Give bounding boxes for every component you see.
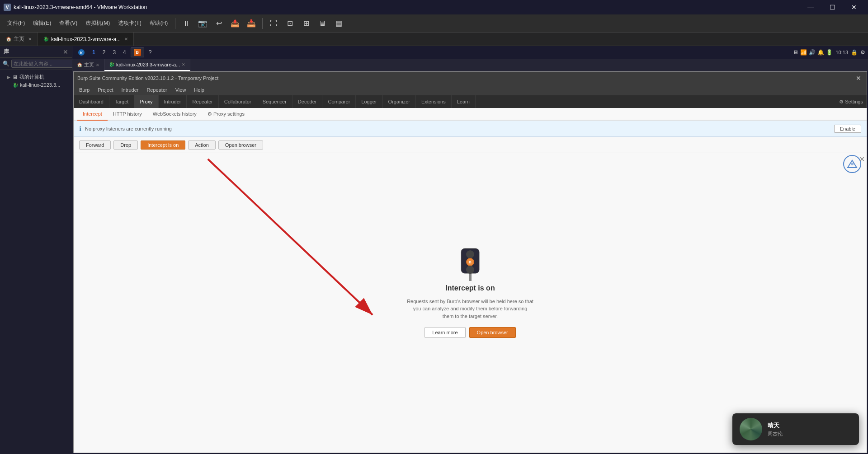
sound-tray-icon[interactable]: 🔊 <box>809 49 816 56</box>
menu-intruder[interactable]: Intruder <box>118 86 142 94</box>
vm-content-area: K 1 2 3 4 B <box>72 46 868 454</box>
kali-dragon-icon: K <box>78 49 85 56</box>
battery-tray-icon[interactable]: 🔋 <box>826 49 833 56</box>
network-tray-icon[interactable]: 📶 <box>800 49 807 56</box>
nav-intruder[interactable]: Intruder <box>159 95 187 108</box>
svg-point-11 <box>466 266 474 274</box>
drop-button[interactable]: Drop <box>113 140 138 150</box>
svg-text:K: K <box>80 51 83 55</box>
burp-close-button[interactable]: ✕ <box>854 74 863 83</box>
proxy-banner-text: No proxy listeners are currently running <box>85 126 172 131</box>
nav-logger[interactable]: Logger <box>356 95 382 108</box>
sidebar-item-kali[interactable]: 🐉 kali-linux-2023.3... <box>4 81 68 89</box>
nav-proxy[interactable]: Proxy <box>134 95 158 108</box>
nav-sequencer[interactable]: Sequencer <box>257 95 292 108</box>
proxy-tab-websockets[interactable]: WebSockets history <box>147 108 202 121</box>
window-controls[interactable]: — ☐ ✕ <box>800 0 864 14</box>
forward-button[interactable]: Forward <box>79 140 111 150</box>
display-tray-icon[interactable]: 🖥 <box>793 49 798 56</box>
pause-button[interactable]: ⏸ <box>179 17 193 30</box>
menu-tabs[interactable]: 选项卡(T) <box>114 18 145 29</box>
notification-tray-icon[interactable]: 🔔 <box>817 49 824 56</box>
nav-comparer[interactable]: Comparer <box>322 95 356 108</box>
unity-button[interactable]: ⊞ <box>299 17 313 30</box>
menu-view[interactable]: 查看(V) <box>56 18 81 29</box>
vmware-menu-bar: 文件(F) 编辑(E) 查看(V) 虚拟机(M) 选项卡(T) 帮助(H) <box>4 18 171 29</box>
home-tab[interactable]: 🏠 主页 ✕ <box>0 33 38 46</box>
vmware-revert-button[interactable]: ↩ <box>212 17 226 30</box>
menu-view[interactable]: View <box>172 86 190 94</box>
nav-dashboard[interactable]: Dashboard <box>74 95 109 108</box>
minimize-button[interactable]: — <box>800 0 821 14</box>
sidebar-item-computer[interactable]: ▶ 🖥 我的计算机 <box>4 73 68 81</box>
content-area-close-button[interactable]: ✕ <box>859 155 865 164</box>
menu-help[interactable]: 帮助(H) <box>146 18 172 29</box>
kali-home-favicon: 🏠 <box>77 62 82 67</box>
menu-project[interactable]: Project <box>94 86 117 94</box>
workspace-4[interactable]: 4 <box>120 48 129 56</box>
open-browser-card-button[interactable]: Open browser <box>469 327 516 338</box>
enable-button[interactable]: Enable <box>834 125 861 133</box>
help-taskbar-btn[interactable]: ? <box>146 48 155 56</box>
proxy-tab-settings[interactable]: ⚙ Proxy settings <box>202 108 250 121</box>
menu-help[interactable]: Help <box>190 86 208 94</box>
svg-text:V: V <box>6 5 9 10</box>
title-bar-left: V kali-linux-2023.3-vmware-amd64 - VMwar… <box>4 4 147 11</box>
nav-learn[interactable]: Learn <box>452 95 476 108</box>
fit-guest-button[interactable]: ⊡ <box>283 17 297 30</box>
music-artist: 周杰伦 <box>768 431 852 437</box>
kali-home-tab[interactable]: 🏠 主页 ✕ <box>72 59 104 71</box>
fullscreen-button[interactable]: ⛶ <box>266 17 281 30</box>
lock-tray-icon[interactable]: 🔒 <box>851 49 858 56</box>
menu-repeater[interactable]: Repeater <box>143 86 170 94</box>
nav-extensions[interactable]: Extensions <box>416 95 452 108</box>
nav-decoder[interactable]: Decoder <box>292 95 323 108</box>
music-info: 晴天 周杰伦 <box>768 421 852 437</box>
vmware-receive-button[interactable]: 📥 <box>244 17 259 30</box>
nav-collaborator[interactable]: Collaborator <box>219 95 257 108</box>
settings-tab-label: Proxy settings <box>213 111 245 117</box>
nav-organizer[interactable]: Organizer <box>383 95 416 108</box>
home-tab-close[interactable]: ✕ <box>28 37 32 42</box>
sidebar-title: 库 <box>4 48 9 56</box>
display-button[interactable]: ▤ <box>331 17 346 30</box>
intercept-toggle-button[interactable]: Intercept is on <box>141 140 185 150</box>
workspace-1[interactable]: 1 <box>90 48 98 56</box>
vmware-snapshot-button[interactable]: 📷 <box>195 17 210 30</box>
burp-settings-btn[interactable]: ⚙ Settings <box>835 95 867 108</box>
menu-edit[interactable]: 编辑(E) <box>29 18 55 29</box>
kali-app-menu[interactable]: K <box>75 48 88 57</box>
nav-target[interactable]: Target <box>109 95 135 108</box>
burp-window: Burp Suite Community Edition v2023.10.1.… <box>73 71 867 453</box>
kali-tab[interactable]: 🐉 kali-linux-2023.3-vmware-a... ✕ <box>38 33 134 46</box>
settings-tray-icon[interactable]: ⚙ <box>860 49 865 56</box>
maximize-button[interactable]: ☐ <box>822 0 843 14</box>
kali-tab-close[interactable]: ✕ <box>124 37 128 42</box>
burp-nav: Dashboard Target Proxy Intruder Repeater… <box>74 95 867 108</box>
kali-vm-tab[interactable]: 🐉 kali-linux-2023.3-vmware-a... ✕ <box>104 59 190 71</box>
menu-vm[interactable]: 虚拟机(M) <box>82 18 113 29</box>
action-button[interactable]: Action <box>188 140 216 150</box>
sidebar-search-input[interactable] <box>11 60 78 68</box>
kali-home-tab-label: 主页 <box>84 61 94 68</box>
status-icons: 🖥 📶 🔊 🔔 🔋 <box>793 49 833 56</box>
proxy-tab-intercept[interactable]: Intercept <box>77 108 108 121</box>
workspace-2[interactable]: 2 <box>100 48 108 56</box>
workspace-4-label: 4 <box>123 49 126 56</box>
view-options-button[interactable]: 🖥 <box>315 17 330 30</box>
burp-menu-bar: Burp Project Intruder Repeater View Help <box>74 84 867 95</box>
proxy-tab-http[interactable]: HTTP history <box>108 108 147 121</box>
sidebar-close-button[interactable]: ✕ <box>63 48 68 56</box>
burp-taskbar-btn[interactable]: B <box>131 47 144 57</box>
vmware-send-button[interactable]: 📤 <box>228 17 242 30</box>
kali-home-tab-close[interactable]: ✕ <box>96 63 99 67</box>
menu-file[interactable]: 文件(F) <box>4 18 28 29</box>
open-browser-toolbar-button[interactable]: Open browser <box>218 140 263 150</box>
learn-more-button[interactable]: Learn more <box>425 327 465 338</box>
home-tab-icon: 🏠 <box>5 36 12 42</box>
kali-vm-tab-close[interactable]: ✕ <box>182 62 185 67</box>
close-button[interactable]: ✕ <box>844 0 864 14</box>
menu-burp[interactable]: Burp <box>75 86 93 94</box>
workspace-3[interactable]: 3 <box>110 48 118 56</box>
nav-repeater[interactable]: Repeater <box>187 95 218 108</box>
